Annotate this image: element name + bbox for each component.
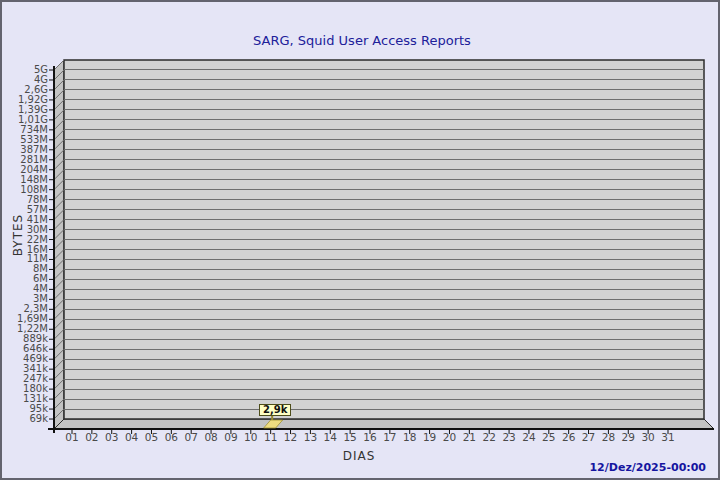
y-tick-label: 69k [2, 414, 48, 424]
sarg-report-chart: SARG, Squid User Access Reports Período:… [0, 0, 720, 480]
x-axis-title: DIAS [329, 449, 389, 463]
x-tick-label: 31 [656, 432, 680, 443]
floor [54, 419, 714, 429]
data-point-flag: 2,9k [259, 404, 291, 416]
report-timestamp: 12/Dez/2025-00:00 [589, 461, 706, 474]
y-axis-title: BYTES [11, 204, 25, 266]
plot-3d-box [2, 2, 720, 480]
